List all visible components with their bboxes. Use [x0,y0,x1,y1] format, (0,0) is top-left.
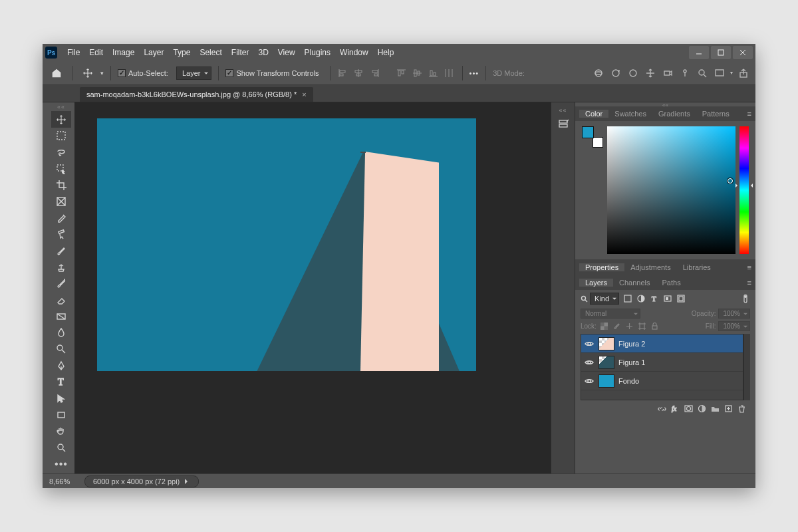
layer-scrollbar[interactable] [743,334,750,400]
object-select-tool[interactable] [51,160,71,177]
chevron-down-icon[interactable]: ▾ [100,70,104,76]
zoom-tool[interactable] [51,440,71,456]
canvas[interactable] [97,118,476,371]
rectangle-tool[interactable] [51,406,71,423]
opacity-field[interactable]: 100% [718,309,750,319]
layer-style-icon[interactable]: fx [670,404,680,413]
saturation-brightness-field[interactable] [607,126,735,254]
frame-tool[interactable] [51,194,71,210]
menu-filter[interactable]: Filter [227,48,254,57]
3d-slide-icon[interactable] [644,66,657,80]
foreground-color-swatch[interactable] [582,126,594,138]
lock-all-icon[interactable] [650,322,660,331]
menu-help[interactable]: Help [373,48,399,57]
path-selection-tool[interactable] [51,390,71,407]
chevron-down-icon[interactable]: ▾ [730,70,733,76]
tab-libraries[interactable]: Libraries [677,263,717,271]
hand-tool[interactable] [51,423,71,440]
hue-slider[interactable] [739,126,749,254]
visibility-toggle-icon[interactable] [584,357,595,368]
type-tool[interactable]: T [51,374,71,390]
auto-select-checkbox[interactable]: ✓ [118,69,126,77]
layer-thumbnail[interactable] [598,374,614,388]
menu-plugins[interactable]: Plugins [300,48,335,57]
gradient-tool[interactable] [51,308,71,325]
panel-menu-icon[interactable]: ≡ [743,279,755,287]
lock-transparency-icon[interactable] [600,322,609,331]
canvas-area[interactable] [74,102,551,473]
show-transform-option[interactable]: ✓ Show Transform Controls [225,69,319,77]
chevron-right-icon[interactable] [185,479,190,484]
filter-smartobject-icon[interactable] [676,294,686,303]
tab-layers[interactable]: Layers [579,279,613,287]
menu-type[interactable]: Type [168,48,195,57]
auto-select-option[interactable]: ✓ Auto-Select: [118,69,168,77]
layer-name[interactable]: Fondo [618,377,639,385]
align-top-edges-icon[interactable] [396,67,408,79]
visibility-toggle-icon[interactable] [584,338,595,349]
layer-name[interactable]: Figura 1 [618,358,645,366]
blend-mode-dropdown[interactable]: Normal [581,309,640,319]
menu-window[interactable]: Window [335,48,373,57]
layer-thumbnail[interactable] [598,356,614,369]
blur-tool[interactable] [51,325,71,341]
marquee-tool[interactable] [51,128,71,144]
window-minimize-button[interactable] [689,46,709,59]
filter-type-icon[interactable]: T [650,294,659,303]
new-layer-icon[interactable] [724,404,733,413]
move-tool-icon[interactable] [79,65,96,82]
filter-shape-icon[interactable] [663,294,672,303]
lock-image-icon[interactable] [612,322,622,331]
background-color-swatch[interactable] [593,137,603,148]
clone-stamp-tool[interactable] [51,259,71,275]
layer-kind-filter[interactable]: Kind [590,293,619,305]
align-bottom-edges-icon[interactable] [428,67,440,79]
healing-brush-tool[interactable] [51,226,71,243]
tab-color[interactable]: Color [579,110,608,118]
move-tool[interactable] [51,111,71,128]
link-layers-icon[interactable] [657,404,666,413]
distribute-icon[interactable] [444,67,456,79]
pen-tool[interactable] [51,357,71,374]
dodge-tool[interactable] [51,341,71,358]
toolbox-handle[interactable]: «« [51,104,71,111]
layer-name[interactable]: Figura 2 [618,340,645,348]
lock-position-icon[interactable] [625,322,634,331]
filter-pixel-icon[interactable] [623,294,632,303]
share-icon[interactable] [737,66,750,80]
align-left-edges-icon[interactable] [337,67,349,79]
panel-menu-icon[interactable]: ≡ [743,263,755,271]
document-tab[interactable]: sam-moqadam-b3kL6kBOEWs-unsplash.jpg @ 8… [80,87,313,102]
layer-thumbnail[interactable] [598,337,614,350]
show-transform-checkbox[interactable]: ✓ [225,69,233,77]
more-options-icon[interactable]: ••• [469,69,479,77]
edit-toolbar-button[interactable]: ••• [51,456,71,473]
menu-select[interactable]: Select [195,48,226,57]
align-right-edges-icon[interactable] [369,67,381,79]
3d-roll-icon[interactable] [609,66,622,80]
3d-camera-icon[interactable] [661,66,674,80]
eyedropper-tool[interactable] [51,209,71,226]
eraser-tool[interactable] [51,292,71,309]
filter-adjustment-icon[interactable] [636,294,646,303]
3d-pan-icon[interactable] [626,66,640,80]
document-info[interactable]: 6000 px x 4000 px (72 ppi) [84,475,199,487]
menu-image[interactable]: Image [108,48,139,57]
lock-artboard-icon[interactable] [638,322,647,331]
screen-mode-icon[interactable] [713,66,726,80]
dock-handle[interactable]: «« [556,108,571,113]
foreground-background-swatch[interactable] [582,126,603,148]
layer-item[interactable]: Fondo [581,372,743,390]
layer-mask-icon[interactable] [684,404,693,413]
auto-select-mode-dropdown[interactable]: Layer [176,66,212,80]
color-picker-marker[interactable] [728,178,733,184]
menu-edit[interactable]: Edit [84,48,108,57]
tab-paths[interactable]: Paths [656,279,687,287]
filter-toggle-icon[interactable] [741,294,750,303]
hue-slider-handle[interactable] [737,184,751,186]
panel-menu-icon[interactable]: ≡ [743,110,755,118]
lasso-tool[interactable] [51,144,71,161]
brush-tool[interactable] [51,243,71,259]
search-icon[interactable] [696,66,709,80]
menu-3d[interactable]: 3D [253,48,273,57]
